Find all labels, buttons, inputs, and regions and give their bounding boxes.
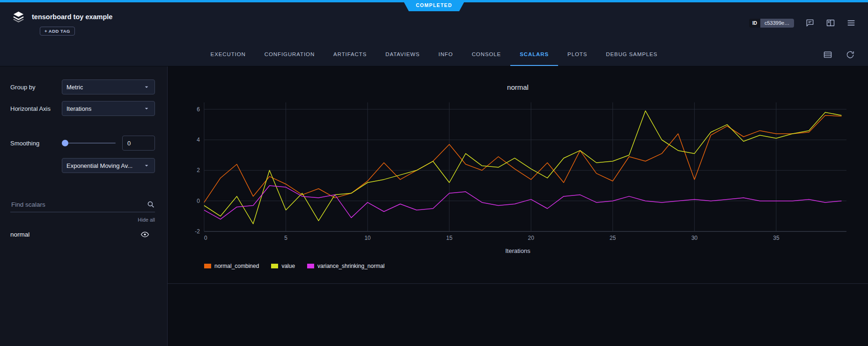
page-title: tensorboard toy example	[32, 13, 112, 21]
status-badge: COMPLETED	[403, 0, 465, 11]
legend-label: variance_shrinking_normal	[317, 263, 384, 269]
smoothing-method-value: Exponential Moving Av...	[66, 162, 132, 169]
refresh-icon[interactable]	[846, 50, 855, 59]
chevron-down-icon	[143, 105, 150, 112]
tab-execution[interactable]: EXECUTION	[201, 43, 255, 66]
scalars-panel: normal 05101520253035-20246 Iterations n…	[168, 66, 868, 346]
eye-visibility-icon[interactable]	[140, 230, 149, 239]
svg-text:30: 30	[691, 235, 698, 241]
legend-item-value[interactable]: value	[271, 263, 295, 269]
svg-text:0: 0	[197, 198, 200, 204]
svg-text:10: 10	[364, 235, 371, 241]
scalar-line-chart[interactable]: 05101520253035-20246	[181, 96, 854, 245]
experiment-title-block: tensorboard toy example + ADD TAG	[12, 10, 112, 36]
add-tag-button[interactable]: + ADD TAG	[40, 27, 75, 36]
group-by-value: Metric	[66, 84, 83, 91]
scalar-settings-sidebar: Group by Metric Horizontal Axis Iteratio…	[0, 66, 168, 346]
legend-swatch	[271, 264, 278, 268]
legend-swatch	[204, 264, 211, 268]
x-axis-title: Iterations	[181, 247, 855, 254]
tab-dataviews[interactable]: DATAVIEWS	[376, 43, 429, 66]
svg-text:15: 15	[446, 235, 453, 241]
tab-scalars[interactable]: SCALARS	[510, 43, 558, 66]
svg-text:25: 25	[610, 235, 616, 241]
metric-name: normal	[10, 231, 29, 238]
chart-title: normal	[181, 83, 855, 91]
tab-info[interactable]: INFO	[429, 43, 463, 66]
svg-text:6: 6	[197, 106, 200, 113]
tab-bar: EXECUTION CONFIGURATION ARTIFACTS DATAVI…	[0, 43, 868, 66]
hide-all-link[interactable]: Hide all	[10, 217, 155, 223]
side-panel-icon[interactable]	[826, 18, 835, 28]
comment-icon[interactable]	[805, 18, 815, 28]
chevron-down-icon	[143, 83, 150, 91]
horizontal-axis-label: Horizontal Axis	[10, 105, 62, 112]
horizontal-axis-value: Iterations	[66, 105, 91, 112]
legend-label: normal_combined	[214, 263, 259, 269]
smoothing-slider[interactable]	[62, 140, 116, 146]
header-actions: ID c53399e2...	[749, 18, 856, 28]
chart-legend: normal_combined value variance_shrinking…	[204, 263, 855, 269]
tab-debug-samples[interactable]: DEBUG SAMPLES	[596, 43, 667, 66]
svg-text:4: 4	[197, 137, 200, 143]
svg-text:2: 2	[197, 167, 200, 173]
slider-knob[interactable]	[62, 140, 68, 146]
id-label: ID	[749, 19, 760, 28]
smoothing-method-select[interactable]: Exponential Moving Av...	[62, 158, 155, 173]
search-icon[interactable]	[147, 200, 155, 209]
tab-artifacts[interactable]: ARTIFACTS	[324, 43, 376, 66]
legend-item-normal-combined[interactable]: normal_combined	[204, 263, 259, 269]
content: Group by Metric Horizontal Axis Iteratio…	[0, 66, 868, 346]
legend-label: value	[281, 263, 295, 269]
tab-console[interactable]: CONSOLE	[463, 43, 511, 66]
chevron-down-icon	[143, 162, 150, 169]
svg-text:-2: -2	[195, 228, 200, 235]
tab-configuration[interactable]: CONFIGURATION	[255, 43, 324, 66]
search-input[interactable]	[10, 201, 147, 209]
svg-text:5: 5	[284, 235, 287, 241]
graph-card: normal 05101520253035-20246 Iterations n…	[168, 66, 868, 284]
status-strip: COMPLETED	[0, 0, 868, 2]
legend-item-variance-shrinking-normal[interactable]: variance_shrinking_normal	[307, 263, 384, 269]
menu-icon[interactable]	[846, 18, 856, 28]
horizontal-axis-select[interactable]: Iterations	[62, 101, 155, 116]
slider-track[interactable]	[62, 143, 116, 144]
id-value: c53399e2...	[760, 19, 794, 28]
metric-list-item[interactable]: normal	[10, 230, 155, 239]
svg-text:20: 20	[528, 235, 535, 241]
smoothing-label: Smoothing	[10, 140, 62, 147]
tab-plots[interactable]: PLOTS	[558, 43, 596, 66]
group-by-select[interactable]: Metric	[62, 79, 155, 94]
svg-text:35: 35	[773, 235, 780, 241]
experiment-id-badge[interactable]: ID c53399e2...	[749, 19, 794, 28]
group-by-label: Group by	[10, 84, 62, 91]
legend-swatch	[307, 264, 314, 268]
table-view-icon[interactable]	[823, 50, 832, 59]
find-scalars-search	[10, 200, 155, 212]
app-logo-icon	[12, 10, 25, 23]
svg-text:0: 0	[204, 235, 207, 241]
smoothing-value-input[interactable]	[122, 136, 155, 151]
